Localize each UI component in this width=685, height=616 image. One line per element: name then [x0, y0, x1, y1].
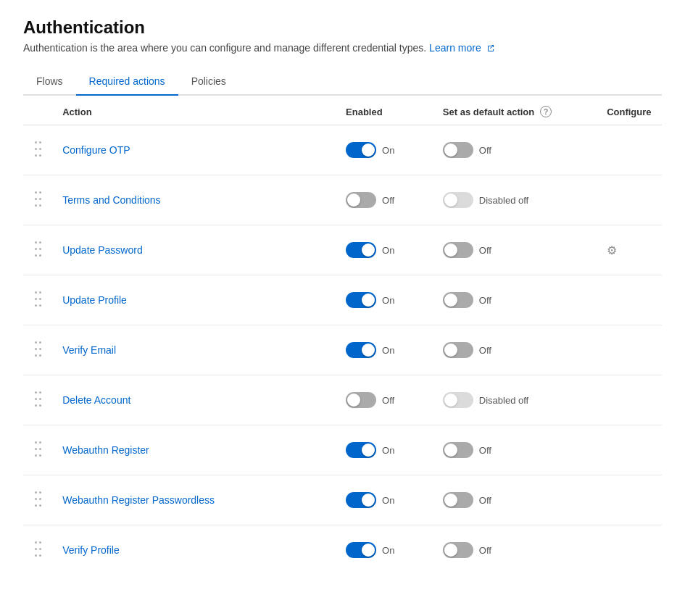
action-name[interactable]: Webauthn Register	[54, 425, 337, 475]
default-toggle[interactable]	[443, 342, 473, 358]
enabled-label: On	[382, 245, 394, 256]
configure-cell	[598, 475, 662, 525]
drag-handle[interactable]	[23, 125, 54, 175]
enabled-cell: On	[337, 425, 434, 475]
action-name[interactable]: Webauthn Register Passwordless	[54, 475, 337, 525]
enabled-toggle[interactable]	[346, 442, 376, 458]
enabled-label: Off	[382, 195, 394, 206]
default-label: Off	[479, 545, 491, 556]
action-name[interactable]: Delete Account	[54, 375, 337, 425]
drag-handle[interactable]	[23, 325, 54, 375]
configure-cell	[598, 375, 662, 425]
default-label: Off	[479, 245, 491, 256]
col-header-drag	[23, 96, 54, 125]
col-header-action: Action	[54, 96, 337, 125]
enabled-toggle[interactable]	[346, 142, 376, 158]
drag-handle[interactable]	[23, 475, 54, 525]
default-toggle[interactable]	[443, 142, 473, 158]
enabled-label: On	[382, 295, 394, 306]
actions-table: Action Enabled Set as default action ? C…	[23, 96, 662, 575]
drag-handle[interactable]	[23, 175, 54, 225]
configure-cell	[598, 175, 662, 225]
default-cell: Off	[434, 475, 598, 525]
enabled-label: On	[382, 545, 394, 556]
enabled-cell: On	[337, 225, 434, 275]
default-toggle[interactable]	[443, 442, 473, 458]
tab-required-actions[interactable]: Required actions	[76, 68, 178, 96]
action-name[interactable]: Verify Email	[54, 325, 337, 375]
configure-cell	[598, 125, 662, 175]
default-cell: Disabled off	[434, 375, 598, 425]
table-row: Update Profile On Off	[23, 275, 662, 325]
default-cell: Off	[434, 225, 598, 275]
enabled-cell: On	[337, 275, 434, 325]
drag-handle[interactable]	[23, 375, 54, 425]
enabled-toggle[interactable]	[346, 492, 376, 508]
configure-cell	[598, 275, 662, 325]
configure-gear-icon[interactable]: ⚙	[607, 244, 617, 257]
external-link-icon	[486, 44, 495, 53]
action-name[interactable]: Verify Profile	[54, 525, 337, 575]
default-label: Off	[479, 145, 491, 156]
configure-cell: ⚙	[598, 225, 662, 275]
configure-cell	[598, 325, 662, 375]
default-toggle[interactable]	[443, 242, 473, 258]
page-subtitle: Authentication is the area where you can…	[23, 42, 662, 54]
default-label: Off	[479, 295, 491, 306]
enabled-cell: On	[337, 475, 434, 525]
table-row: Update Password On Off ⚙	[23, 225, 662, 275]
enabled-toggle[interactable]	[346, 292, 376, 308]
enabled-cell: Off	[337, 175, 434, 225]
default-toggle	[443, 392, 473, 408]
default-toggle	[443, 192, 473, 208]
default-cell: Off	[434, 525, 598, 575]
enabled-label: On	[382, 145, 394, 156]
default-toggle[interactable]	[443, 492, 473, 508]
configure-cell	[598, 525, 662, 575]
drag-handle[interactable]	[23, 275, 54, 325]
action-name[interactable]: Configure OTP	[54, 125, 337, 175]
default-toggle[interactable]	[443, 292, 473, 308]
drag-handle[interactable]	[23, 525, 54, 575]
default-label: Disabled off	[479, 195, 528, 206]
col-header-default: Set as default action ?	[434, 96, 598, 125]
tab-flows[interactable]: Flows	[23, 68, 76, 96]
enabled-toggle[interactable]	[346, 192, 376, 208]
enabled-cell: On	[337, 125, 434, 175]
table-row: Verify Email On Off	[23, 325, 662, 375]
table-row: Delete Account Off Disabled off	[23, 375, 662, 425]
enabled-label: On	[382, 345, 394, 356]
enabled-toggle[interactable]	[346, 392, 376, 408]
default-cell: Off	[434, 325, 598, 375]
action-name[interactable]: Update Password	[54, 225, 337, 275]
default-label: Off	[479, 445, 491, 456]
enabled-cell: Off	[337, 375, 434, 425]
enabled-toggle[interactable]	[346, 342, 376, 358]
enabled-toggle[interactable]	[346, 242, 376, 258]
default-cell: Off	[434, 275, 598, 325]
default-action-info-icon[interactable]: ?	[540, 106, 552, 117]
enabled-toggle[interactable]	[346, 542, 376, 558]
configure-cell	[598, 425, 662, 475]
default-cell: Off	[434, 125, 598, 175]
drag-handle[interactable]	[23, 225, 54, 275]
enabled-label: On	[382, 495, 394, 506]
action-name[interactable]: Update Profile	[54, 275, 337, 325]
table-row: Configure OTP On Off	[23, 125, 662, 175]
drag-handle[interactable]	[23, 425, 54, 475]
tab-policies[interactable]: Policies	[178, 68, 239, 96]
table-row: Webauthn Register On Off	[23, 425, 662, 475]
enabled-cell: On	[337, 525, 434, 575]
default-cell: Disabled off	[434, 175, 598, 225]
default-toggle[interactable]	[443, 542, 473, 558]
learn-more-link[interactable]: Learn more	[429, 42, 494, 54]
default-label: Off	[479, 495, 491, 506]
table-row: Verify Profile On Off	[23, 525, 662, 575]
page-title: Authentication	[23, 17, 662, 38]
enabled-label: Off	[382, 395, 394, 406]
action-name[interactable]: Terms and Conditions	[54, 175, 337, 225]
default-cell: Off	[434, 425, 598, 475]
enabled-label: On	[382, 445, 394, 456]
table-row: Terms and Conditions Off Disabled off	[23, 175, 662, 225]
col-header-configure: Configure	[598, 96, 662, 125]
